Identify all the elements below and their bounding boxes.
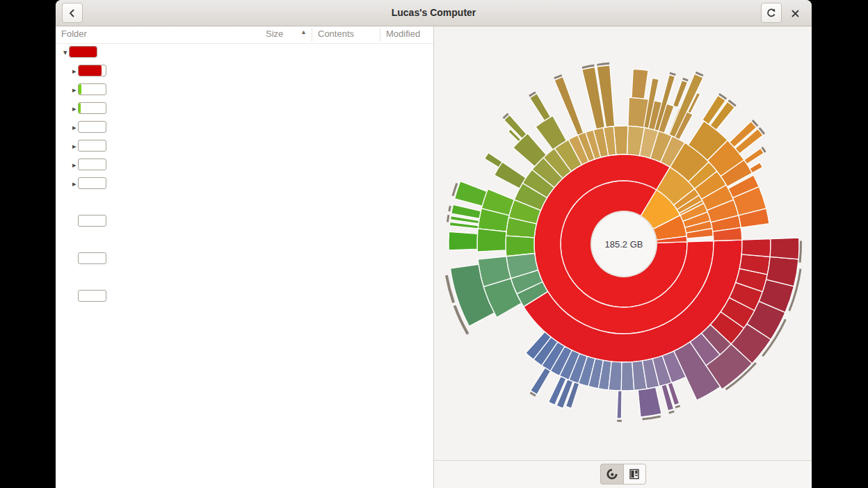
tree-header: Folder Size ▲ Contents Modified <box>56 26 433 44</box>
segment-cap <box>675 405 680 409</box>
expander-closed-icon[interactable]: ▸ <box>72 66 77 76</box>
table-row[interactable]: ▸ <box>56 62 433 81</box>
table-row[interactable] <box>56 193 433 212</box>
usage-bar <box>78 252 106 264</box>
ring-segment[interactable] <box>449 231 478 250</box>
ring-segment[interactable] <box>506 236 535 257</box>
usage-bar <box>78 177 106 189</box>
segment-cap <box>448 206 451 211</box>
column-header-contents[interactable]: Contents <box>318 29 354 39</box>
ring-segment[interactable] <box>485 153 502 168</box>
table-row[interactable] <box>56 212 433 231</box>
ring-segment[interactable] <box>744 148 764 164</box>
chart-panel: 185.2 GB <box>434 26 812 488</box>
tree-rows: ▾▸▸▸▸▸▸▸ <box>56 43 433 306</box>
expander-closed-icon[interactable]: ▸ <box>72 179 77 188</box>
refresh-icon <box>766 8 777 19</box>
view-toggle <box>600 464 646 485</box>
window-title: Lucas's Computer <box>56 0 812 26</box>
ring-segment[interactable] <box>750 163 763 173</box>
table-row[interactable] <box>56 250 433 268</box>
total-size-label: 185.2 GB <box>605 239 643 250</box>
rings-chart[interactable]: 185.2 GB <box>434 26 812 460</box>
expander-open-icon[interactable]: ▾ <box>63 47 67 57</box>
sort-ascending-icon: ▲ <box>300 29 307 35</box>
table-row[interactable] <box>56 231 433 250</box>
table-row[interactable]: ▸ <box>56 174 433 193</box>
column-header-modified[interactable]: Modified <box>386 29 420 39</box>
usage-bar <box>78 83 106 95</box>
table-row[interactable]: ▸ <box>56 156 433 174</box>
table-row[interactable] <box>56 287 433 306</box>
header-separator <box>312 28 312 42</box>
treemap-chart-icon <box>629 469 640 480</box>
ring-segment[interactable] <box>530 93 551 120</box>
header-separator <box>380 28 380 42</box>
usage-bar <box>78 215 106 227</box>
ring-segment[interactable] <box>770 238 799 259</box>
ring-segment[interactable] <box>455 181 487 206</box>
table-row[interactable]: ▸ <box>56 137 433 156</box>
table-row[interactable] <box>56 268 433 287</box>
refresh-button[interactable] <box>761 3 782 23</box>
ring-segment[interactable] <box>617 391 622 418</box>
usage-bar <box>78 158 106 170</box>
chart-footer <box>434 461 812 488</box>
rings-chart-icon <box>606 469 618 480</box>
ring-segment[interactable] <box>632 69 648 99</box>
usage-bar <box>78 140 106 152</box>
usage-bar <box>78 65 106 76</box>
ring-segment[interactable] <box>638 387 661 417</box>
expander-closed-icon[interactable]: ▸ <box>72 122 77 132</box>
app-window: Lucas's Computer Folder Size ▲ Contents … <box>56 0 812 488</box>
ring-segment[interactable] <box>741 239 771 257</box>
close-icon <box>791 9 800 18</box>
table-row[interactable]: ▸ <box>56 81 433 99</box>
expander-closed-icon[interactable]: ▸ <box>72 141 77 151</box>
close-button[interactable] <box>787 5 803 22</box>
table-row[interactable]: ▾ <box>56 43 433 62</box>
expander-closed-icon[interactable]: ▸ <box>72 85 77 95</box>
usage-bar <box>78 290 106 302</box>
rings-chart-button[interactable] <box>600 464 623 485</box>
treemap-chart-button[interactable] <box>623 464 646 485</box>
ring-segment[interactable] <box>531 368 551 395</box>
window-content: Folder Size ▲ Contents Modified ▾▸▸▸▸▸▸▸… <box>56 26 812 488</box>
usage-bar <box>78 121 106 133</box>
segment-cap <box>447 215 449 222</box>
expander-closed-icon[interactable]: ▸ <box>72 104 77 113</box>
column-header-size[interactable]: Size <box>266 29 283 39</box>
column-header-folder[interactable]: Folder <box>61 29 87 39</box>
table-row[interactable]: ▸ <box>56 118 433 137</box>
segment-cap <box>617 420 622 422</box>
expander-closed-icon[interactable]: ▸ <box>72 160 77 170</box>
usage-bar <box>69 46 97 58</box>
segment-cap <box>668 410 674 414</box>
folder-tree-panel: Folder Size ▲ Contents Modified ▾▸▸▸▸▸▸▸ <box>56 26 433 488</box>
usage-bar <box>78 102 106 114</box>
ring-segment[interactable] <box>477 229 506 252</box>
titlebar: Lucas's Computer <box>56 0 812 26</box>
table-row[interactable]: ▸ <box>56 99 433 118</box>
